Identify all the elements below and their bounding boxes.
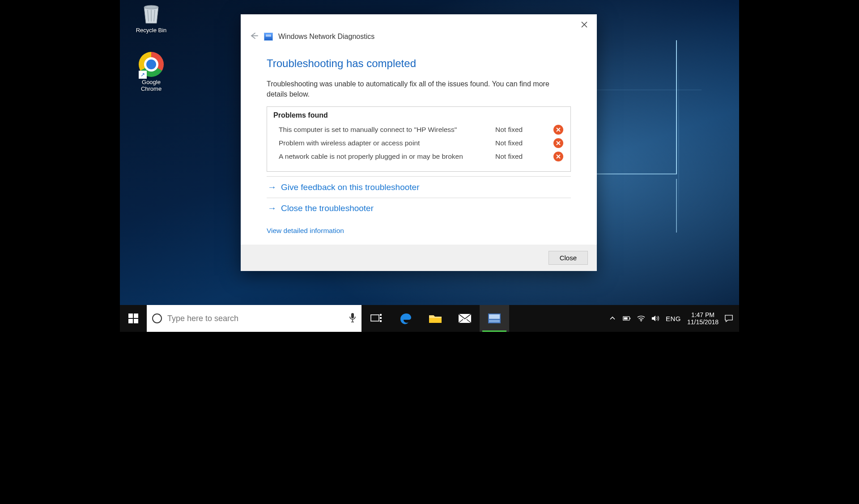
chrome-icon: ↗ bbox=[139, 52, 164, 77]
dialog-heading: Troubleshooting has completed bbox=[267, 57, 571, 70]
svg-rect-7 bbox=[380, 314, 382, 316]
cortana-circle-icon bbox=[152, 313, 162, 323]
link-label: Give feedback on this troubleshooter bbox=[281, 182, 419, 192]
clock-time: 1:47 PM bbox=[687, 311, 719, 318]
folder-icon bbox=[429, 313, 442, 324]
view-detailed-info-link[interactable]: View detailed information bbox=[267, 227, 571, 235]
taskbar-app-mail[interactable] bbox=[450, 305, 480, 332]
troubleshooter-app-icon bbox=[264, 33, 273, 41]
taskbar-search[interactable] bbox=[147, 305, 361, 332]
error-icon bbox=[553, 138, 563, 148]
problem-row: Problem with wireless adapter or access … bbox=[273, 136, 564, 150]
dialog-app-title: Windows Network Diagnostics bbox=[278, 33, 374, 41]
tray-expand-icon[interactable] bbox=[608, 314, 617, 322]
edge-icon bbox=[399, 312, 412, 325]
problem-status: Not fixed bbox=[495, 139, 553, 147]
dialog-footer: Close bbox=[241, 245, 597, 271]
recycle-bin-icon bbox=[138, 3, 165, 25]
action-center-icon[interactable] bbox=[725, 314, 733, 322]
desktop-icon-label: Recycle Bin bbox=[129, 27, 174, 34]
language-indicator[interactable]: ENG bbox=[666, 315, 681, 322]
desktop-icon-recycle-bin[interactable]: Recycle Bin bbox=[129, 3, 174, 34]
desktop-icon-label: Google Chrome bbox=[129, 79, 174, 93]
problem-description: A network cable is not properly plugged … bbox=[274, 152, 495, 161]
svg-rect-5 bbox=[351, 313, 354, 318]
problems-heading: Problems found bbox=[273, 111, 564, 119]
give-feedback-link[interactable]: → Give feedback on this troubleshooter bbox=[267, 176, 571, 198]
svg-rect-1 bbox=[128, 313, 133, 318]
task-view-button[interactable] bbox=[361, 305, 391, 332]
error-icon bbox=[553, 125, 563, 135]
svg-rect-12 bbox=[489, 314, 500, 319]
svg-rect-15 bbox=[629, 318, 630, 319]
svg-rect-2 bbox=[134, 313, 138, 318]
dialog-close-button[interactable] bbox=[574, 17, 594, 33]
problem-description: This computer is set to manually connect… bbox=[274, 126, 495, 134]
microphone-icon[interactable] bbox=[349, 313, 356, 324]
arrow-right-icon: → bbox=[268, 203, 276, 213]
taskbar: ENG 1:47 PM 11/15/2018 bbox=[120, 305, 739, 332]
problem-row: This computer is set to manually connect… bbox=[273, 123, 564, 136]
error-icon bbox=[553, 152, 563, 161]
svg-rect-6 bbox=[371, 315, 379, 321]
troubleshooter-app-icon bbox=[488, 313, 501, 324]
problem-status: Not fixed bbox=[495, 152, 553, 161]
back-button[interactable] bbox=[250, 32, 259, 41]
system-tray: ENG 1:47 PM 11/15/2018 bbox=[602, 305, 739, 332]
problems-found-box: Problems found This computer is set to m… bbox=[267, 106, 571, 172]
link-label: Close the troubleshooter bbox=[281, 203, 374, 213]
taskbar-app-edge[interactable] bbox=[391, 305, 421, 332]
mail-icon bbox=[458, 313, 472, 323]
back-arrow-icon bbox=[250, 32, 259, 39]
problem-status: Not fixed bbox=[495, 126, 553, 134]
svg-rect-13 bbox=[489, 320, 500, 322]
clock-date: 11/15/2018 bbox=[687, 318, 719, 326]
volume-icon[interactable] bbox=[651, 314, 659, 322]
svg-rect-4 bbox=[134, 319, 138, 323]
svg-rect-16 bbox=[624, 318, 627, 320]
taskbar-app-file-explorer[interactable] bbox=[421, 305, 450, 332]
close-button[interactable]: Close bbox=[549, 251, 588, 265]
dialog-lead-text: Troubleshooting was unable to automatica… bbox=[267, 79, 571, 99]
close-troubleshooter-link[interactable]: → Close the troubleshooter bbox=[267, 198, 571, 218]
svg-point-17 bbox=[641, 320, 642, 322]
windows-logo-icon bbox=[128, 313, 138, 323]
troubleshooter-dialog: Windows Network Diagnostics Troubleshoot… bbox=[241, 14, 597, 271]
svg-rect-8 bbox=[380, 317, 382, 319]
wifi-icon[interactable] bbox=[637, 314, 645, 322]
desktop-icon-google-chrome[interactable]: ↗ Google Chrome bbox=[129, 52, 174, 93]
arrow-right-icon: → bbox=[268, 182, 276, 192]
start-button[interactable] bbox=[120, 305, 147, 332]
taskbar-app-network-diagnostics[interactable] bbox=[480, 305, 509, 332]
shortcut-arrow-icon: ↗ bbox=[139, 71, 147, 79]
svg-rect-9 bbox=[380, 320, 382, 322]
task-view-icon bbox=[370, 313, 382, 323]
problem-description: Problem with wireless adapter or access … bbox=[274, 139, 495, 147]
desktop-background[interactable]: Recycle Bin ↗ Google Chrome bbox=[120, 0, 739, 332]
search-input[interactable] bbox=[167, 314, 344, 323]
battery-icon[interactable] bbox=[623, 314, 631, 322]
svg-rect-3 bbox=[128, 319, 133, 323]
taskbar-clock[interactable]: 1:47 PM 11/15/2018 bbox=[687, 311, 719, 326]
problem-row: A network cable is not properly plugged … bbox=[273, 150, 564, 163]
close-icon bbox=[581, 21, 587, 28]
